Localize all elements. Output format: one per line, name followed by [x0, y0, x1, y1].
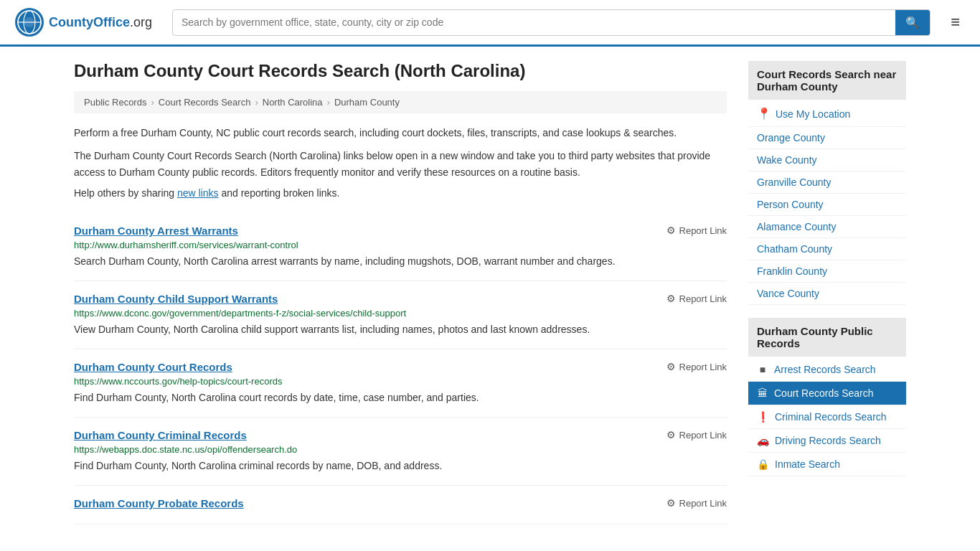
sidebar-wake-county[interactable]: Wake County: [748, 149, 906, 171]
use-location-label: Use My Location: [776, 108, 850, 120]
sidebar-person-county[interactable]: Person County: [748, 194, 906, 216]
report-icon-3: ⚙: [666, 361, 676, 372]
sidebar-inmate-search[interactable]: 🔒 Inmate Search: [748, 453, 906, 476]
sidebar-court-records[interactable]: 🏛 Court Records Search: [748, 382, 906, 405]
driving-records-label: Driving Records Search: [775, 435, 881, 446]
arrest-records-label: Arrest Records Search: [774, 364, 876, 375]
result-desc-2: View Durham County, North Carolina child…: [74, 322, 727, 337]
result-title-2[interactable]: Durham County Child Support Warrants: [74, 293, 278, 305]
report-link-5[interactable]: ⚙ Report Link: [666, 497, 727, 509]
result-item: Durham County Child Support Warrants ⚙ R…: [74, 281, 727, 349]
report-icon-2: ⚙: [666, 293, 676, 304]
inmate-icon: 🔒: [757, 458, 769, 470]
breadcrumb-north-carolina[interactable]: North Carolina: [263, 97, 323, 108]
share-line: Help others by sharing new links and rep…: [74, 187, 727, 199]
driving-icon: 🚗: [757, 435, 769, 446]
page-title: Durham County Court Records Search (Nort…: [74, 61, 727, 81]
breadcrumb-court-records[interactable]: Court Records Search: [159, 97, 251, 108]
report-link-2[interactable]: ⚙ Report Link: [666, 293, 727, 304]
menu-button[interactable]: ≡: [945, 10, 966, 34]
search-button[interactable]: 🔍: [895, 10, 930, 35]
inmate-search-label: Inmate Search: [775, 458, 840, 470]
sidebar-orange-county[interactable]: Orange County: [748, 127, 906, 149]
report-icon-4: ⚙: [666, 429, 676, 441]
sidebar-alamance-county[interactable]: Alamance County: [748, 216, 906, 238]
result-item: Durham County Arrest Warrants ⚙ Report L…: [74, 213, 727, 281]
description-1: Perform a free Durham County, NC public …: [74, 125, 727, 141]
sidebar-granville-county[interactable]: Granville County: [748, 171, 906, 194]
sidebar-chatham-county[interactable]: Chatham County: [748, 238, 906, 260]
result-item: Durham County Probate Records ⚙ Report L…: [74, 486, 727, 524]
breadcrumb-durham-county[interactable]: Durham County: [334, 97, 400, 108]
result-item: Durham County Court Records ⚙ Report Lin…: [74, 349, 727, 418]
breadcrumb: Public Records › Court Records Search › …: [74, 91, 727, 113]
result-header: Durham County Probate Records ⚙ Report L…: [74, 497, 727, 509]
result-desc-3: Find Durham County, North Carolina court…: [74, 390, 727, 405]
search-bar: 🔍: [172, 9, 930, 36]
new-links-link[interactable]: new links: [177, 187, 219, 199]
breadcrumb-sep-1: ›: [151, 97, 154, 108]
search-icon: 🔍: [905, 17, 920, 29]
results-list: Durham County Arrest Warrants ⚙ Report L…: [74, 213, 727, 524]
sidebar-criminal-records[interactable]: ❗ Criminal Records Search: [748, 405, 906, 429]
result-header: Durham County Child Support Warrants ⚙ R…: [74, 293, 727, 305]
description-2: The Durham County Court Records Search (…: [74, 148, 727, 180]
svg-point-5: [24, 17, 34, 27]
hamburger-icon: ≡: [951, 13, 960, 31]
logo-text: CountyOffice.org: [49, 15, 152, 30]
report-icon-5: ⚙: [666, 497, 676, 509]
sidebar-use-location[interactable]: 📍 Use My Location: [748, 101, 906, 127]
report-icon-1: ⚙: [666, 225, 676, 236]
header: CountyOffice.org 🔍 ≡: [0, 0, 980, 47]
sidebar-public-records-title: Durham County Public Records: [748, 318, 906, 357]
result-title-3[interactable]: Durham County Court Records: [74, 361, 232, 373]
result-item: Durham County Criminal Records ⚙ Report …: [74, 418, 727, 486]
sidebar-public-records-section: Durham County Public Records ■ Arrest Re…: [748, 318, 906, 476]
breadcrumb-public-records[interactable]: Public Records: [84, 97, 146, 108]
result-header: Durham County Criminal Records ⚙ Report …: [74, 429, 727, 441]
search-input[interactable]: [173, 11, 895, 34]
result-url-3[interactable]: https://www.nccourts.gov/help-topics/cou…: [74, 376, 727, 387]
content-area: Durham County Court Records Search (Nort…: [74, 61, 727, 524]
result-url-1[interactable]: http://www.durhamsheriff.com/services/wa…: [74, 240, 727, 250]
result-header: Durham County Court Records ⚙ Report Lin…: [74, 361, 727, 373]
report-link-4[interactable]: ⚙ Report Link: [666, 429, 727, 441]
logo-icon: [14, 7, 44, 37]
result-url-2[interactable]: https://www.dconc.gov/government/departm…: [74, 308, 727, 319]
result-desc-4: Find Durham County, North Carolina crimi…: [74, 458, 727, 474]
result-title-5[interactable]: Durham County Probate Records: [74, 497, 244, 509]
sidebar-arrest-records[interactable]: ■ Arrest Records Search: [748, 358, 906, 382]
logo-area: CountyOffice.org: [14, 7, 158, 37]
result-title-4[interactable]: Durham County Criminal Records: [74, 429, 247, 441]
result-desc-1: Search Durham County, North Carolina arr…: [74, 254, 727, 269]
court-icon: 🏛: [757, 387, 768, 399]
sidebar-franklin-county[interactable]: Franklin County: [748, 260, 906, 283]
sidebar-driving-records[interactable]: 🚗 Driving Records Search: [748, 429, 906, 453]
breadcrumb-sep-3: ›: [327, 97, 330, 108]
location-icon: 📍: [757, 107, 771, 121]
result-url-4[interactable]: https://webapps.doc.state.nc.us/opi/offe…: [74, 444, 727, 455]
sidebar-vance-county[interactable]: Vance County: [748, 283, 906, 305]
report-link-3[interactable]: ⚙ Report Link: [666, 361, 727, 372]
result-title[interactable]: Durham County Arrest Warrants: [74, 225, 238, 237]
breadcrumb-sep-2: ›: [255, 97, 258, 108]
court-records-label: Court Records Search: [774, 387, 874, 399]
sidebar-nearby-title: Court Records Search nearDurham County: [748, 61, 906, 100]
main-layout: Durham County Court Records Search (Nort…: [60, 47, 920, 539]
criminal-records-label: Criminal Records Search: [775, 411, 887, 423]
result-header: Durham County Arrest Warrants ⚙ Report L…: [74, 225, 727, 237]
arrest-icon: ■: [757, 364, 768, 375]
criminal-icon: ❗: [757, 411, 769, 423]
sidebar: Court Records Search nearDurham County 📍…: [748, 61, 906, 524]
report-link-1[interactable]: ⚙ Report Link: [666, 225, 727, 236]
